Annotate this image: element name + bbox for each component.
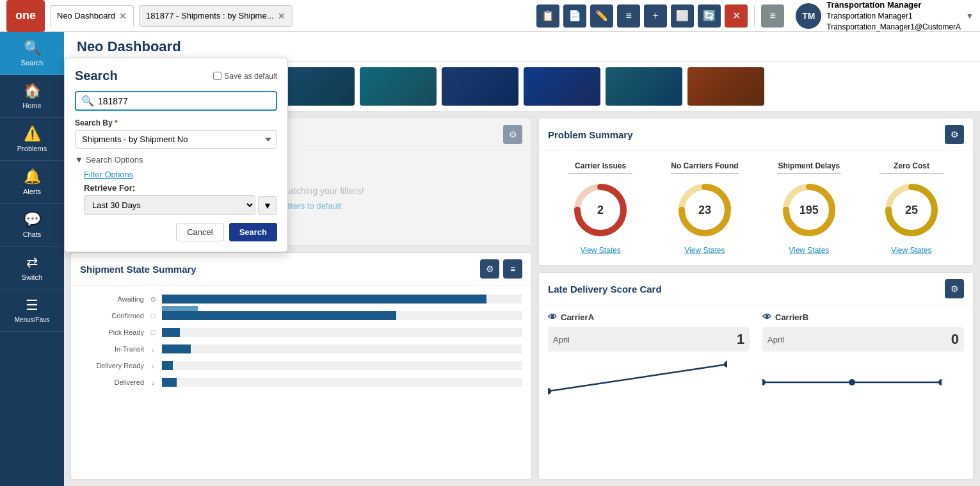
view-states-shipment-delays[interactable]: View States <box>789 246 829 255</box>
view-states-zero-cost[interactable]: View States <box>891 246 931 255</box>
search-by-select[interactable]: Shipments - by Shipment No Shipments - b… <box>75 130 277 149</box>
bar-label: Pick Ready <box>80 328 144 336</box>
filter-options-link[interactable]: Filter Options <box>84 170 277 179</box>
carrier-month-row-0: April 1 <box>548 327 750 352</box>
shipment-state-list-btn[interactable]: ≡ <box>503 259 522 279</box>
search-dialog-title: Search <box>75 69 118 83</box>
problem-summary-filter-btn[interactable]: ⚙ <box>945 125 964 144</box>
toolbar-btn-4[interactable]: ≡ <box>617 4 640 28</box>
bar-label: Confirmed <box>80 312 144 320</box>
bar-icon: ↓ <box>148 345 158 353</box>
carrier-month-row-1: April 0 <box>762 327 964 352</box>
user-section: TM Transportation Manager Transportation… <box>796 0 974 32</box>
sidebar-item-search[interactable]: 🔍 Search <box>0 32 64 75</box>
cancel-button[interactable]: Cancel <box>176 223 223 241</box>
donut-value-no-carriers: 23 <box>698 204 711 217</box>
toolbar-btn-7[interactable]: 🔄 <box>698 4 721 28</box>
prob-item-zero-cost: Zero Cost 25 View States <box>880 161 944 255</box>
shipment-state-title: Shipment State Summary <box>80 264 197 275</box>
retrieve-for-label: Retrieve For: <box>84 183 277 193</box>
prob-item-no-carriers: No Carriers Found 23 View States <box>671 161 738 255</box>
toolbar-menu-btn[interactable]: ≡ <box>761 4 784 28</box>
sidebar-item-home[interactable]: 🏠 Home <box>0 75 64 118</box>
scorecard-carriers: 👁 CarrierA April 1 👁 CarrierB April 0 <box>548 312 964 407</box>
search-button[interactable]: Search <box>229 223 277 241</box>
bar-track <box>162 311 522 320</box>
bar-label: Delivered <box>80 378 144 386</box>
toolbar-btn-5[interactable]: ＋ <box>644 4 667 28</box>
donut-value-carrier-issues: 2 <box>597 204 604 217</box>
view-states-no-carriers[interactable]: View States <box>684 246 725 255</box>
donut-shipment-delays: 195 <box>777 178 841 242</box>
bar-icon: □ <box>148 328 158 336</box>
tab-close-neo[interactable]: ✕ <box>119 11 127 21</box>
carrier-graph-0 <box>548 355 750 407</box>
alerts-icon: 🔔 <box>24 168 41 185</box>
carrier-name-1: CarrierB <box>775 312 808 322</box>
sidebar-home-label: Home <box>22 102 41 109</box>
shipments-filter-btn[interactable]: ⚙ <box>503 125 522 144</box>
tab-neo-dashboard[interactable]: Neo Dashboard ✕ <box>50 5 134 27</box>
bar-fill <box>162 328 180 337</box>
toolbar-btn-close[interactable]: ✕ <box>725 4 748 28</box>
bar-label: Awaiting <box>80 295 144 303</box>
search-input-field[interactable] <box>98 96 271 106</box>
search-options-content: Filter Options Retrieve For: Last 30 Day… <box>75 170 277 215</box>
bar-fill <box>162 344 191 353</box>
image-thumb-6[interactable] <box>524 67 600 106</box>
image-thumb-5[interactable] <box>442 67 518 106</box>
image-thumb-3[interactable] <box>278 67 355 106</box>
sidebar-item-menus[interactable]: ☰ Menus/Favs <box>0 289 64 332</box>
tab-label: Neo Dashboard <box>57 11 115 20</box>
donut-value-zero-cost: 25 <box>905 204 918 217</box>
svg-point-8 <box>548 388 551 394</box>
tab-close-shipments[interactable]: ✕ <box>278 11 285 21</box>
shipment-state-filter-btn[interactable]: ⚙ <box>480 259 499 279</box>
carrier-value-1: 0 <box>951 331 959 348</box>
sidebar-item-problems[interactable]: ⚠️ Problems <box>0 118 64 161</box>
chevron-down-icon: ▼ <box>75 155 83 165</box>
shipments-panel-actions: ⚙ <box>503 125 522 144</box>
retrieve-for-select[interactable]: Last 30 Days Last 7 Days Last 60 Days Al… <box>84 195 255 215</box>
late-delivery-filter-btn[interactable]: ⚙ <box>945 279 964 298</box>
search-input-row: 🔍 <box>75 91 277 111</box>
problem-summary-content: Carrier Issues 2 View States No Carriers… <box>539 151 973 265</box>
late-delivery-actions: ⚙ <box>945 279 964 298</box>
home-icon: 🏠 <box>24 83 41 99</box>
view-states-carrier-issues[interactable]: View States <box>581 246 621 255</box>
search-dialog-header: Search Save as default <box>75 69 277 83</box>
retrieve-for-row: Last 30 Days Last 7 Days Last 60 Days Al… <box>84 195 277 215</box>
toolbar-btn-3[interactable]: ✏️ <box>590 4 613 28</box>
image-thumb-7[interactable] <box>606 67 682 106</box>
sidebar-item-chats[interactable]: 💬 Chats <box>0 204 64 247</box>
search-dialog: Search Save as default 🔍 Search By * Shi… <box>64 58 288 252</box>
user-chevron-icon[interactable]: ▼ <box>966 12 974 20</box>
tab-label-shipments: 181877 - Shipments : by Shipme... <box>146 11 273 20</box>
sidebar-alerts-label: Alerts <box>23 188 41 195</box>
save-default-checkbox[interactable] <box>213 72 221 80</box>
toolbar-btn-2[interactable]: 📄 <box>563 4 586 28</box>
save-default-row: Save as default <box>213 72 277 81</box>
prob-item-carrier-issues: Carrier Issues 2 View States <box>568 161 632 255</box>
image-thumb-4[interactable] <box>360 67 437 106</box>
sidebar-item-alerts[interactable]: 🔔 Alerts <box>0 161 64 204</box>
shipment-state-chart: Awaiting ⊙ Confirmed □ Pick Ready □ In-T… <box>71 286 531 479</box>
search-options-label: Search Options <box>86 155 143 165</box>
carrier-name-0: CarrierA <box>561 312 594 322</box>
bar-icon: ↓ <box>148 362 158 369</box>
save-default-label: Save as default <box>224 72 277 81</box>
eye-icon-0: 👁 <box>548 312 557 322</box>
search-options-toggle[interactable]: ▼ Search Options <box>75 155 277 165</box>
tab-shipments[interactable]: 181877 - Shipments : by Shipme... ✕ <box>139 5 292 27</box>
toolbar-btn-6[interactable]: ⬜ <box>671 4 694 28</box>
retrieve-btn[interactable]: ▼ <box>258 196 277 215</box>
shipment-state-actions: ⚙ ≡ <box>480 259 522 279</box>
bar-fill <box>162 311 396 320</box>
sidebar-item-switch[interactable]: ⇄ Switch <box>0 247 64 289</box>
sidebar-chats-label: Chats <box>23 231 42 238</box>
search-magnifier-icon: 🔍 <box>81 95 94 107</box>
image-thumb-8[interactable] <box>687 67 764 106</box>
bar-fill <box>162 361 173 370</box>
toolbar-btn-1[interactable]: 📋 <box>536 4 559 28</box>
carrier-1: 👁 CarrierB April 0 <box>762 312 964 407</box>
